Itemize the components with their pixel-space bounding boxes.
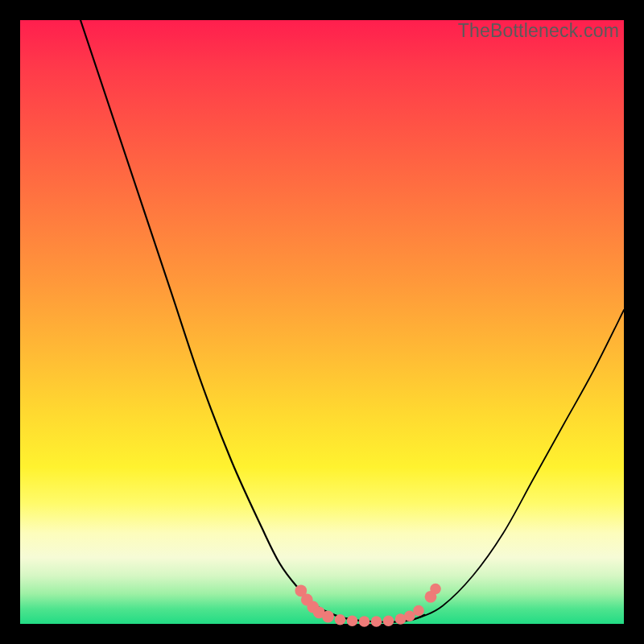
plot-area: TheBottleneck.com [20, 20, 624, 624]
chart-svg [20, 20, 624, 624]
marker-dot [430, 584, 441, 595]
marker-dot [359, 616, 370, 627]
marker-dot [371, 616, 382, 627]
marker-dot [383, 616, 394, 627]
marker-dot [322, 611, 334, 623]
curve-group [80, 20, 624, 622]
chart-frame: TheBottleneck.com [0, 0, 644, 644]
curve-left-branch [80, 20, 370, 621]
marker-dot [347, 616, 358, 627]
marker-dot [335, 614, 346, 625]
marker-dot [413, 605, 424, 617]
curve-right-branch [401, 310, 625, 621]
marker-layer [295, 584, 440, 627]
